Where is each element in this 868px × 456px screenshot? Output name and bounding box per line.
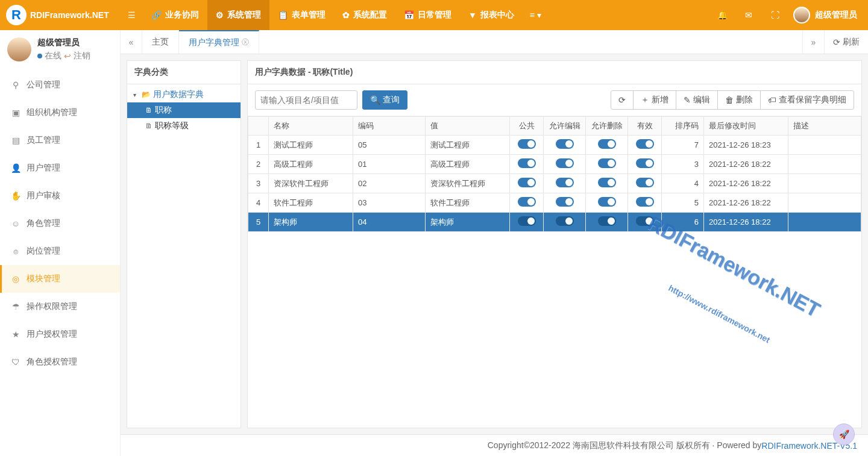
- logout-link[interactable]: 注销: [74, 51, 90, 61]
- toggle-switch[interactable]: [518, 216, 536, 226]
- toggle-switch[interactable]: [556, 178, 574, 187]
- sidebar-item-7[interactable]: ◎模块管理: [0, 265, 120, 293]
- toggle-switch[interactable]: [598, 139, 616, 149]
- refresh-button[interactable]: ⟳刷新: [824, 30, 868, 54]
- tab-close-icon[interactable]: ⓧ: [242, 37, 249, 48]
- col-valid[interactable]: 有效: [628, 117, 662, 136]
- notifications-button[interactable]: 🔔: [709, 0, 735, 30]
- action-button-group: ⟳ ＋新增 ✎编辑 🗑删除 🏷查看保留字典明细: [611, 90, 854, 110]
- edit-button[interactable]: ✎编辑: [676, 90, 718, 110]
- nav-icon: 🔗: [151, 10, 162, 20]
- toggle-switch[interactable]: [556, 139, 574, 149]
- toggle-switch[interactable]: [598, 216, 616, 226]
- col-public[interactable]: 公共: [510, 117, 544, 136]
- nav-more-button[interactable]: ≡ ▾: [523, 0, 549, 30]
- menu-item-label: 用户管理: [27, 163, 60, 173]
- menu-toggle-button[interactable]: ☰: [121, 0, 143, 30]
- nav-item-1[interactable]: ⚙系统管理: [207, 0, 269, 30]
- cell-allow-edit: [544, 213, 586, 232]
- reload-icon: ⟳: [618, 95, 626, 105]
- toggle-switch[interactable]: [556, 158, 574, 168]
- query-button[interactable]: 🔍 查询: [362, 90, 407, 110]
- table-row[interactable]: 1测试工程师05测试工程师72021-12-26 18:23: [248, 136, 861, 155]
- sidebar-item-5[interactable]: ☺角色管理: [0, 210, 120, 237]
- toggle-switch[interactable]: [518, 139, 536, 149]
- table-row[interactable]: 2高级工程师01高级工程师32021-12-26 18:22: [248, 155, 861, 174]
- folder-open-icon: 📂: [142, 90, 151, 99]
- fullscreen-button[interactable]: ⛶: [762, 0, 788, 30]
- toggle-switch[interactable]: [598, 197, 616, 207]
- tree-node-title[interactable]: 🗎 职称: [127, 102, 241, 118]
- nav-item-4[interactable]: 📅日常管理: [395, 0, 460, 30]
- toggle-switch[interactable]: [518, 158, 536, 168]
- nav-item-2[interactable]: 📋表单管理: [269, 0, 334, 30]
- menu-item-label: 用户授权管理: [27, 329, 77, 340]
- col-code[interactable]: 编码: [353, 117, 426, 136]
- toggle-switch[interactable]: [636, 178, 654, 187]
- col-desc[interactable]: 描述: [788, 117, 861, 136]
- col-allow-edit[interactable]: 允许编辑: [544, 117, 586, 136]
- toolbar: 🔍 查询 ⟳ ＋新增 ✎编辑 🗑删除 🏷查看保留字典明细: [248, 84, 861, 116]
- scroll-top-button[interactable]: 🚀: [833, 423, 855, 445]
- toggle-switch[interactable]: [518, 197, 536, 207]
- sidebar-menu: ⚲公司管理▣组织机构管理▤员工管理👤用户管理✋用户审核☺角色管理⌾岗位管理◎模块…: [0, 71, 120, 376]
- cell-value: 测试工程师: [426, 136, 510, 155]
- tab-home[interactable]: 主页: [142, 30, 179, 54]
- toggle-switch[interactable]: [598, 178, 616, 187]
- reload-button[interactable]: ⟳: [611, 90, 634, 110]
- messages-button[interactable]: ✉: [735, 0, 762, 30]
- col-mtime[interactable]: 最后修改时间: [704, 117, 788, 136]
- col-name[interactable]: 名称: [269, 117, 353, 136]
- tree-node-level[interactable]: 🗎 职称等级: [127, 118, 241, 134]
- add-button[interactable]: ＋新增: [633, 90, 676, 110]
- cell-desc: [788, 174, 861, 193]
- toggle-switch[interactable]: [636, 158, 654, 168]
- sidebar-item-3[interactable]: 👤用户管理: [0, 154, 120, 182]
- menu-item-icon: ★: [11, 330, 20, 339]
- sidebar-item-10[interactable]: 🛡角色授权管理: [0, 348, 120, 376]
- tab-current-label: 用户字典管理: [189, 37, 239, 48]
- brand-text: RDIFramework.NET: [30, 10, 109, 20]
- nav-item-5[interactable]: ▼报表中心: [460, 0, 523, 30]
- status-text: 在线: [45, 51, 61, 61]
- sidebar-item-8[interactable]: ☂操作权限管理: [0, 293, 120, 320]
- nav-label: 日常管理: [418, 10, 451, 20]
- col-value[interactable]: 值: [426, 117, 510, 136]
- toggle-switch[interactable]: [636, 197, 654, 207]
- toggle-switch[interactable]: [636, 139, 654, 149]
- search-input[interactable]: [255, 90, 357, 110]
- toggle-switch[interactable]: [636, 216, 654, 226]
- table-row[interactable]: 4软件工程师03软件工程师52021-12-26 18:22: [248, 193, 861, 213]
- detail-button[interactable]: 🏷查看保留字典明细: [760, 90, 854, 110]
- table-row[interactable]: 3资深软件工程师02资深软件工程师42021-12-26 18:22: [248, 174, 861, 193]
- toggle-switch[interactable]: [556, 197, 574, 207]
- table-row[interactable]: 5架构师04架构师62021-12-26 18:22: [248, 213, 861, 232]
- cell-sort: 6: [662, 213, 704, 232]
- plus-icon: ＋: [641, 95, 649, 105]
- delete-button[interactable]: 🗑删除: [717, 90, 761, 110]
- sidebar-item-9[interactable]: ★用户授权管理: [0, 320, 120, 348]
- tree-root[interactable]: ▾ 📂 用户数据字典: [127, 87, 241, 102]
- nav-label: 业务协同: [165, 10, 199, 20]
- sidebar-item-2[interactable]: ▤员工管理: [0, 126, 120, 154]
- file-icon: 🗎: [145, 106, 153, 114]
- tab-current[interactable]: 用户字典管理 ⓧ: [179, 30, 259, 54]
- menu-item-icon: 🛡: [11, 357, 20, 367]
- sidebar-item-6[interactable]: ⌾岗位管理: [0, 237, 120, 265]
- toggle-switch[interactable]: [518, 178, 536, 187]
- sidebar-item-0[interactable]: ⚲公司管理: [0, 71, 120, 99]
- col-sort[interactable]: 排序码: [662, 117, 704, 136]
- nav-item-0[interactable]: 🔗业务协同: [143, 0, 207, 30]
- toggle-switch[interactable]: [556, 216, 574, 226]
- tabs-scroll-left-button[interactable]: «: [121, 30, 142, 54]
- sidebar-item-1[interactable]: ▣组织机构管理: [0, 99, 120, 126]
- toggle-switch[interactable]: [598, 158, 616, 168]
- cell-allow-del: [586, 193, 628, 213]
- user-menu[interactable]: 超级管理员: [788, 7, 868, 23]
- sidebar-item-4[interactable]: ✋用户审核: [0, 182, 120, 210]
- tabs-scroll-right-button[interactable]: »: [802, 30, 824, 54]
- search-icon: 🔍: [370, 95, 380, 105]
- col-allow-del[interactable]: 允许删除: [586, 117, 628, 136]
- brand-logo[interactable]: R RDIFramework.NET: [0, 5, 121, 25]
- nav-item-3[interactable]: ✿系统配置: [334, 0, 395, 30]
